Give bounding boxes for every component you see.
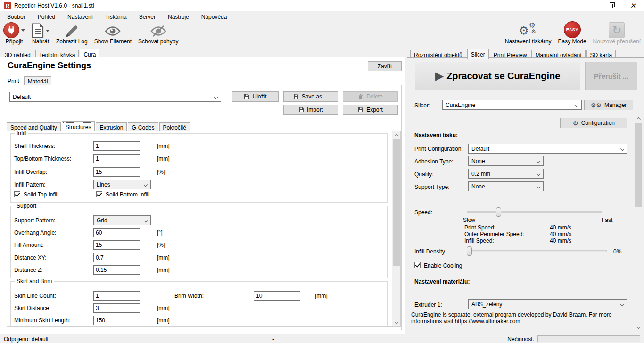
minimize-button[interactable] [578,0,600,11]
infill-overlap-unit: [%] [157,169,165,175]
distance-xy-input[interactable] [93,253,140,262]
curaengine-info-text: CuraEngine is separate, external program… [411,311,633,325]
configuration-button[interactable]: ⚙ Configuration [560,118,627,128]
overhang-angle-input[interactable] [93,228,140,237]
hide-moves-button[interactable]: Schovat pohyby [135,22,182,47]
print-speed-label: Print Speed: [464,224,495,231]
skirt-distance-unit: [mm] [157,305,170,311]
enable-cooling-checkbox[interactable] [414,262,421,268]
menu-soubor[interactable]: Soubor [1,12,32,22]
scroll-up-button[interactable] [392,131,400,139]
menu-tiskarna[interactable]: Tiskárna [99,12,133,22]
infill-pattern-label: Infill Pattern: [14,181,46,188]
solid-top-infill-label: Solid Top Infill [24,191,58,198]
easy-mode-button[interactable]: EASY Easy Mode [555,22,590,47]
menu-pohled[interactable]: Pohled [32,12,61,22]
distance-z-input[interactable] [93,265,140,275]
import-button[interactable]: Import [283,105,338,115]
solid-bottom-infill-checkbox[interactable] [96,191,102,197]
quality-label: Quality: [414,171,434,178]
export-button[interactable]: Export [343,105,398,115]
print-configuration-select[interactable]: Default [468,144,627,154]
gear-icon: ⚙⚙ [591,102,602,108]
skirt-distance-input[interactable] [93,303,140,313]
load-dropdown-icon[interactable] [46,30,50,32]
shell-thickness-input[interactable] [93,141,140,151]
tab-print[interactable]: Print [4,75,23,85]
tab-extrusion[interactable]: Extrusion [96,122,127,131]
show-filament-button[interactable]: Show Filament [91,22,135,47]
scroll-up-button[interactable] [635,115,643,123]
menu-napoveda[interactable]: Nápověda [195,12,233,22]
scrollbar-thumb[interactable] [635,123,642,207]
minimum-skirt-length-unit: [mm] [157,317,170,324]
page-title: CuraEngine Settings [8,61,91,71]
print-speed-value: 40 mm/s [550,224,571,231]
print-configuration-label: Print Configuration: [414,146,463,152]
load-button[interactable]: Nahrát [28,22,53,47]
slicer-select[interactable]: CuraEngine [442,100,582,110]
connect-button[interactable]: Připojit [0,22,28,47]
speed-slider-thumb[interactable] [496,207,501,217]
restore-button[interactable] [600,0,622,11]
scrollbar-thumb[interactable] [393,139,400,266]
infill-density-slider-track[interactable] [467,250,607,252]
infill-pattern-select[interactable]: Lines [93,180,151,189]
support-type-select[interactable]: None [468,181,544,191]
eye-icon [105,25,121,37]
settings-scrollbar[interactable] [392,131,400,326]
brim-width-input[interactable] [254,291,300,301]
outer-perimeter-speed-label: Outer Perimeter Speed: [464,231,524,237]
adhesion-type-select[interactable]: None [468,156,544,166]
brim-width-label: Brim Width: [174,293,204,299]
menu-nastroje[interactable]: Nástroje [162,12,195,22]
title-bar: R Repetier-Host V1.6.0 - snail1.stl ✕ [0,0,644,11]
scroll-down-button[interactable] [392,318,400,326]
skirt-line-count-input[interactable] [93,291,140,301]
tab-material[interactable]: Materiál [24,76,52,85]
save-as-button[interactable]: Save as ... [283,91,338,102]
profile-select[interactable]: Default [9,92,221,102]
enable-cooling-label: Enable Cooling [424,262,462,269]
tab-g-codes[interactable]: G-Codes [128,122,158,131]
top-bottom-thickness-input[interactable] [93,154,140,163]
trash-icon [358,94,363,99]
progress-bar [537,335,640,342]
toolbar-left-group: Připojit Nahrát Zobrazit Log [0,22,182,47]
save-button[interactable]: Uložit [232,91,279,102]
distance-xy-label: Distance XY: [14,254,47,261]
slice-button[interactable]: ▶ Zpracovat se CuraEngine [415,62,580,90]
tab-slicer[interactable]: Slicer [467,49,489,59]
support-pattern-select[interactable]: Grid [93,215,151,225]
infill-overlap-input[interactable] [93,167,140,177]
scroll-down-button[interactable] [635,323,643,331]
solid-bottom-infill-label: Solid Bottom Infill [106,191,149,198]
close-icon[interactable]: ✕ [622,0,644,11]
support-type-label: Support Type: [414,184,450,190]
fill-amount-label: Fill Amount: [14,242,44,248]
slicer-panel-scrollbar[interactable] [635,115,643,331]
printer-settings-button[interactable]: ⚙⚙⚙ Nastavení tiskárny [502,22,555,47]
connect-dropdown-icon[interactable] [21,29,25,32]
manager-button[interactable]: ⚙⚙ Manager [584,100,633,110]
quality-select[interactable]: 0.2 mm [468,169,544,179]
chevron-down-icon [537,185,540,188]
chevron-down-icon [575,103,578,107]
fill-amount-input[interactable] [93,240,140,250]
brim-width-unit: [mm] [315,293,328,299]
minimum-skirt-length-input[interactable] [93,316,140,325]
adhesion-type-label: Adhesion Type: [414,158,454,165]
solid-top-infill-checkbox[interactable] [14,191,20,197]
floppy-icon [293,94,299,99]
speed-slider-track[interactable] [467,211,602,213]
show-log-button[interactable]: Zobrazit Log [53,22,91,47]
infill-density-slider-thumb[interactable] [467,246,472,256]
tab-structures[interactable]: Structures [62,121,95,131]
tab-pokrocile[interactable]: Pokročilé [159,122,190,131]
menu-nastaveni[interactable]: Nastavení [61,12,99,22]
extruder-1-select[interactable]: ABS_zeleny [468,299,627,309]
close-button[interactable]: Zavřít [368,61,402,71]
eye-slash-icon [150,25,166,37]
tab-cura[interactable]: Cura [80,49,99,59]
menu-server[interactable]: Server [133,12,162,22]
